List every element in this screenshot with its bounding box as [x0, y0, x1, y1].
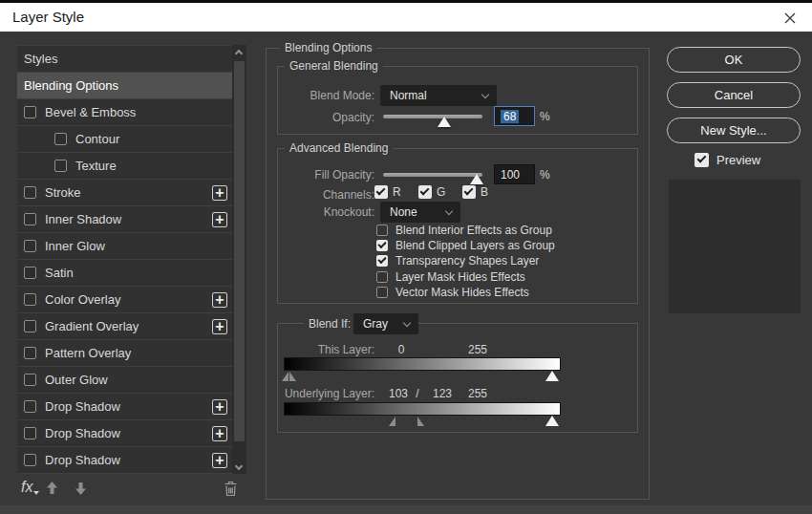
sidebar-item-inner-glow[interactable]: Inner Glow: [17, 233, 232, 260]
opacity-unit: %: [540, 110, 550, 123]
preview-toggle[interactable]: Preview: [694, 153, 760, 167]
fx-menu-button[interactable]: fx: [21, 479, 32, 496]
sidebar-item-label: Drop Shadow: [45, 426, 120, 440]
underlying-layer-gradient[interactable]: [284, 402, 561, 416]
effect-checkbox[interactable]: [24, 320, 36, 332]
layer-mask-hides-checkbox[interactable]: [376, 271, 388, 283]
move-effect-down-button[interactable]: [74, 481, 88, 500]
cancel-button[interactable]: Cancel: [667, 82, 801, 108]
opacity-input[interactable]: 68: [494, 106, 535, 126]
channel-g-checkbox[interactable]: [418, 185, 432, 199]
fill-opacity-input[interactable]: 100: [494, 164, 535, 184]
effect-checkbox[interactable]: [24, 454, 36, 466]
effect-checkbox[interactable]: [54, 133, 67, 145]
sidebar-item-drop-shadow-1[interactable]: Drop Shadow+: [17, 394, 232, 420]
sidebar-item-bevel-emboss[interactable]: Bevel & Emboss: [17, 99, 232, 126]
underlying-max-value: 255: [466, 387, 489, 400]
sidebar-item-label: Bevel & Emboss: [45, 105, 136, 119]
styles-scrollbar[interactable]: [232, 45, 246, 474]
sidebar-item-outer-glow[interactable]: Outer Glow: [17, 367, 232, 394]
effect-checkbox[interactable]: [54, 160, 67, 172]
underlying-slash: /: [413, 387, 422, 400]
effect-checkbox[interactable]: [24, 293, 36, 306]
fill-opacity-label: Fill Opacity:: [266, 168, 374, 182]
general-blending-title: General Blending: [285, 59, 383, 73]
channel-g[interactable]: G: [418, 185, 445, 199]
blend-clipped-layers-checkbox[interactable]: [376, 240, 388, 251]
knockout-dropdown[interactable]: None: [380, 202, 460, 223]
effect-checkbox[interactable]: [24, 347, 36, 359]
sidebar-item-drop-shadow-2[interactable]: Drop Shadow+: [17, 420, 232, 447]
effect-checkbox[interactable]: [24, 106, 36, 118]
channel-b[interactable]: B: [462, 185, 488, 199]
add-effect-icon[interactable]: +: [212, 212, 227, 227]
ok-button[interactable]: OK: [667, 47, 801, 73]
sidebar-item-satin[interactable]: Satin: [17, 260, 232, 287]
add-effect-icon[interactable]: +: [212, 399, 227, 415]
sidebar-item-label: Texture: [75, 159, 117, 173]
effect-checkbox[interactable]: [24, 400, 36, 413]
this-layer-gradient[interactable]: [284, 357, 561, 371]
this-layer-min: 0: [390, 343, 413, 356]
sidebar-item-gradient-overlay[interactable]: Gradient Overlay+: [17, 313, 232, 340]
option-blend-clipped-layers[interactable]: Blend Clipped Layers as Group: [376, 239, 555, 252]
sidebar-item-inner-shadow[interactable]: Inner Shadow+: [17, 206, 232, 233]
sidebar-item-stroke[interactable]: Stroke+: [17, 180, 232, 206]
add-effect-icon[interactable]: +: [212, 292, 227, 308]
add-effect-icon[interactable]: +: [212, 319, 227, 334]
sidebar-item-contour[interactable]: Contour: [17, 126, 232, 153]
add-effect-icon[interactable]: +: [212, 426, 227, 441]
sidebar-item-label: Contour: [75, 132, 119, 146]
vector-mask-hides-checkbox[interactable]: [376, 287, 388, 298]
preview-checkbox[interactable]: [694, 153, 709, 167]
opacity-slider-thumb[interactable]: [438, 117, 451, 127]
new-style-button[interactable]: New Style...: [667, 118, 801, 143]
sidebar-item-label: Drop Shadow: [45, 453, 120, 467]
blend-mode-dropdown[interactable]: Normal: [380, 85, 497, 106]
underlying-low-value: 103: [386, 387, 411, 400]
add-effect-icon[interactable]: +: [212, 453, 227, 468]
blend-if-dropdown[interactable]: Gray: [353, 313, 418, 334]
effect-checkbox[interactable]: [24, 427, 36, 439]
option-blend-interior-effects[interactable]: Blend Interior Effects as Group: [376, 224, 552, 237]
channel-r[interactable]: R: [374, 185, 401, 199]
blend-interior-effects-checkbox[interactable]: [376, 225, 388, 236]
transparency-shapes-checkbox[interactable]: [376, 255, 388, 267]
scroll-up-icon[interactable]: [235, 50, 243, 57]
sidebar-item-label: Inner Glow: [45, 239, 105, 253]
fill-opacity-slider[interactable]: [383, 173, 482, 177]
sidebar-item-pattern-overlay[interactable]: Pattern Overlay: [17, 340, 232, 367]
effect-checkbox[interactable]: [24, 240, 36, 252]
sidebar-item-styles[interactable]: Styles: [17, 46, 232, 73]
option-transparency-shapes[interactable]: Transparency Shapes Layer: [376, 254, 539, 268]
option-layer-mask-hides[interactable]: Layer Mask Hides Effects: [376, 270, 525, 284]
option-vector-mask-hides[interactable]: Vector Mask Hides Effects: [376, 286, 529, 299]
add-effect-icon[interactable]: +: [212, 185, 227, 201]
sidebar-item-color-overlay[interactable]: Color Overlay+: [17, 287, 232, 313]
styles-list: Styles Blending Options Bevel & Emboss C…: [17, 45, 232, 474]
fill-opacity-slider-thumb[interactable]: [470, 174, 483, 184]
effect-checkbox[interactable]: [24, 186, 36, 199]
fill-opacity-unit: %: [540, 168, 550, 182]
close-button[interactable]: [780, 8, 801, 29]
preview-label: Preview: [716, 153, 760, 167]
sidebar-item-label: Outer Glow: [45, 373, 108, 387]
channel-b-checkbox[interactable]: [462, 185, 476, 199]
underlying-layer-label: Underlying Layer:: [266, 387, 374, 400]
scroll-down-icon[interactable]: [235, 462, 243, 470]
channel-r-checkbox[interactable]: [374, 185, 388, 199]
channels-label: Channels:: [266, 188, 374, 202]
opacity-slider[interactable]: [383, 115, 482, 118]
delete-effect-button[interactable]: [224, 481, 238, 501]
layer-style-dialog: Layer Style Styles Blending Options Beve…: [0, 0, 812, 514]
sidebar-item-drop-shadow-3[interactable]: Drop Shadow+: [17, 447, 232, 474]
scrollbar-thumb[interactable]: [234, 61, 245, 441]
effect-checkbox[interactable]: [24, 213, 36, 225]
effect-checkbox[interactable]: [24, 267, 36, 279]
move-effect-up-button[interactable]: [45, 481, 59, 500]
sidebar-item-texture[interactable]: Texture: [17, 153, 232, 180]
down-arrow-icon: [74, 481, 88, 496]
sidebar-item-blending-options[interactable]: Blending Options: [17, 73, 232, 99]
effect-checkbox[interactable]: [24, 374, 36, 386]
trash-icon: [224, 481, 238, 497]
